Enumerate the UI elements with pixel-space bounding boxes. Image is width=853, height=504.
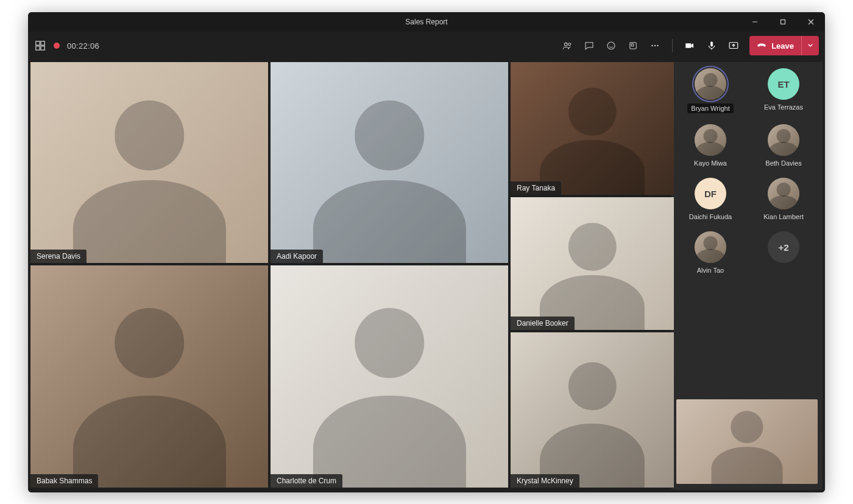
camera-icon[interactable]: [684, 40, 696, 52]
overflow-panel: Bryan Wright ET Eva Terrazas Kayo Miwa: [671, 62, 823, 490]
participant-name-label: Krystal McKinney: [511, 474, 579, 488]
meeting-window: Sales Report 00:22:06: [28, 12, 825, 492]
overflow-participant-daichi-fukuda[interactable]: DF Daichi Fukuda: [676, 178, 745, 220]
window-maximize-button[interactable]: [769, 12, 797, 32]
window-minimize-button[interactable]: [741, 12, 769, 32]
overflow-participant-beth-davies[interactable]: Beth Davies: [749, 124, 818, 167]
svg-point-15: [651, 45, 653, 46]
people-icon[interactable]: [561, 40, 573, 52]
more-actions-icon[interactable]: [649, 40, 661, 52]
video-tile-ray-tanaka[interactable]: Ray Tanaka: [511, 62, 674, 195]
window-title: Sales Report: [405, 18, 447, 26]
svg-rect-4: [36, 41, 40, 45]
overflow-participant-bryan-wright[interactable]: Bryan Wright: [676, 68, 745, 113]
hang-up-icon: [757, 40, 766, 52]
svg-point-10: [607, 42, 615, 49]
rooms-icon[interactable]: [627, 40, 639, 52]
avatar: [695, 124, 726, 156]
overflow-name-label: Kian Lambert: [763, 213, 803, 220]
reactions-icon[interactable]: [605, 40, 617, 52]
overflow-more-count: +2: [768, 231, 799, 263]
avatar: [768, 124, 799, 156]
participant-name-label: Danielle Booker: [511, 317, 575, 330]
svg-rect-7: [41, 46, 44, 50]
participant-name-label: Serena Davis: [30, 250, 87, 263]
participant-name-label: Aadi Kapoor: [271, 250, 323, 263]
overflow-name-label: Bryan Wright: [687, 103, 733, 113]
avatar: [695, 68, 726, 100]
participant-name-label: Babak Shammas: [30, 474, 98, 488]
overflow-name-label: Eva Terrazas: [764, 103, 803, 111]
overflow-name-label: Alvin Tao: [697, 267, 724, 274]
overflow-participant-eva-terrazas[interactable]: ET Eva Terrazas: [749, 68, 818, 113]
video-tile-danielle-booker[interactable]: Danielle Booker: [511, 197, 674, 330]
svg-rect-13: [630, 43, 637, 49]
leave-dropdown-button[interactable]: [801, 36, 819, 55]
avatar-initials: ET: [768, 68, 799, 100]
chevron-down-icon: [805, 40, 815, 52]
svg-point-16: [654, 45, 656, 46]
svg-point-8: [564, 43, 567, 46]
svg-rect-5: [41, 41, 44, 45]
window-close-button[interactable]: [797, 12, 825, 32]
avatar: [695, 231, 726, 263]
recording-indicator-icon: [54, 43, 60, 49]
avatar: [768, 178, 799, 209]
svg-rect-14: [631, 44, 634, 46]
svg-rect-6: [36, 46, 40, 50]
self-view-tile[interactable]: [676, 399, 818, 484]
toolbar-divider: [672, 39, 673, 52]
overflow-more-participants[interactable]: +2: [749, 231, 818, 274]
leave-label: Leave: [771, 41, 794, 51]
participant-name-label: Charlotte de Crum: [271, 474, 342, 488]
microphone-icon[interactable]: [706, 40, 718, 52]
meeting-toolbar: 00:22:06: [28, 32, 825, 60]
leave-button[interactable]: Leave: [749, 36, 819, 55]
chat-icon[interactable]: [583, 40, 595, 52]
elapsed-timer: 00:22:06: [67, 41, 99, 51]
svg-rect-1: [781, 20, 785, 24]
overflow-participant-kian-lambert[interactable]: Kian Lambert: [749, 178, 818, 220]
svg-rect-18: [710, 41, 713, 46]
avatar-initials: DF: [695, 178, 726, 209]
participant-name-label: Ray Tanaka: [511, 181, 561, 195]
overflow-name-label: Kayo Miwa: [694, 159, 727, 167]
svg-point-17: [657, 45, 658, 46]
video-tile-babak-shammas[interactable]: Babak Shammas: [30, 265, 268, 488]
overflow-participant-alvin-tao[interactable]: Alvin Tao: [676, 231, 745, 274]
layout-grid-icon[interactable]: [34, 40, 46, 52]
overflow-name-label: Daichi Fukuda: [689, 213, 732, 220]
video-tile-serena-davis[interactable]: Serena Davis: [30, 62, 268, 263]
title-bar: Sales Report: [28, 12, 825, 32]
video-tile-charlotte-de-crum[interactable]: Charlotte de Crum: [271, 265, 508, 488]
overflow-name-label: Beth Davies: [765, 159, 801, 167]
video-gallery: Serena Davis Aadi Kapoor Ray Tanaka Dani…: [30, 62, 669, 490]
video-tile-krystal-mckinney[interactable]: Krystal McKinney: [511, 332, 674, 488]
video-tile-aadi-kapoor[interactable]: Aadi Kapoor: [271, 62, 508, 263]
overflow-participant-kayo-miwa[interactable]: Kayo Miwa: [676, 124, 745, 167]
meeting-content: Serena Davis Aadi Kapoor Ray Tanaka Dani…: [28, 60, 825, 492]
svg-point-9: [568, 43, 571, 46]
share-screen-icon[interactable]: [727, 40, 740, 52]
